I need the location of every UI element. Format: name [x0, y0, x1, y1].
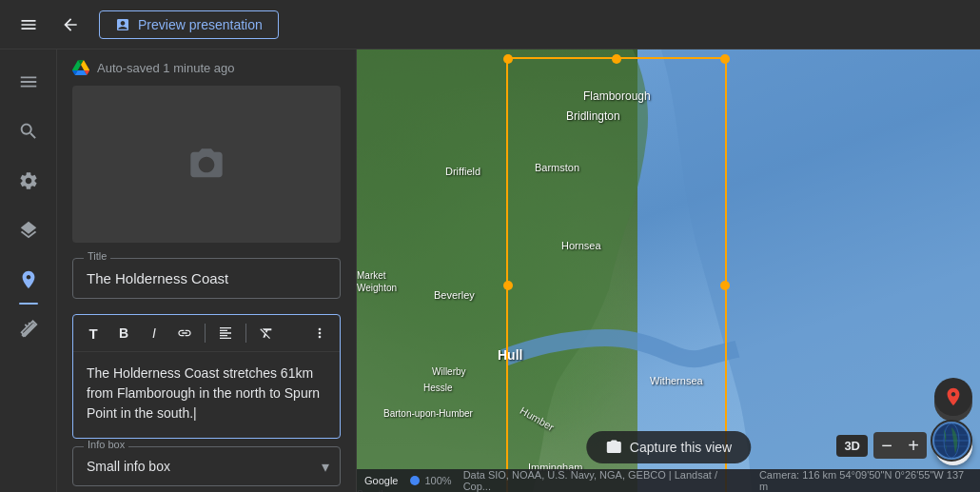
sidebar-layers-icon[interactable] — [8, 209, 49, 251]
description-content: The Holderness Coast stretches 61km from… — [87, 365, 320, 421]
preview-button[interactable]: Preview presentation — [99, 10, 279, 39]
info-box-label: Info box — [84, 439, 128, 450]
preview-label: Preview presentation — [138, 17, 263, 32]
zoom-3d-controls: 3D − + — [836, 432, 927, 459]
status-bar: Google 100% Data SIO, NOAA, U.S. Navy, N… — [357, 469, 980, 492]
info-box-wrapper: Small info box Large info box No info bo… — [72, 446, 341, 486]
auto-saved-bar: Auto-saved 1 minute ago — [72, 49, 341, 86]
text-toolbar: T B I — [73, 315, 340, 352]
zoom-indicator: 100% — [409, 475, 451, 486]
clear-format-button[interactable] — [252, 319, 281, 347]
app-bar-left: Preview presentation — [11, 8, 279, 42]
menu-button[interactable] — [11, 8, 46, 42]
toolbar-divider-1 — [205, 324, 206, 343]
sidebar-menu-icon[interactable] — [8, 61, 49, 103]
text-size-button[interactable]: T — [79, 319, 108, 347]
info-box-select[interactable]: Small info box Large info box No info bo… — [72, 446, 341, 486]
side-panel: Auto-saved 1 minute ago Title T B — [57, 49, 357, 492]
sidebar-settings-icon[interactable] — [8, 160, 49, 202]
sidebar-ruler-icon[interactable] — [8, 308, 49, 350]
sidebar-location-icon[interactable] — [8, 259, 49, 301]
toolbar-divider-2 — [245, 324, 246, 343]
text-cursor — [193, 405, 197, 421]
align-button[interactable] — [211, 319, 240, 347]
zoom-in-button[interactable]: + — [900, 432, 927, 459]
pin-container — [934, 378, 972, 416]
more-button[interactable] — [305, 319, 334, 347]
text-editor: T B I — [72, 314, 341, 439]
google-logo-text: Google — [364, 475, 398, 486]
map-area[interactable]: Flamborough Bridlington Barmston Driffie… — [357, 49, 980, 492]
link-button[interactable] — [170, 319, 199, 347]
app-bar: Preview presentation — [0, 0, 980, 49]
google-drive-logo — [72, 59, 89, 76]
title-label: Title — [84, 250, 110, 262]
back-button[interactable] — [53, 8, 88, 42]
svg-point-10 — [410, 476, 420, 485]
info-box-group: Info box Small info box Large info box N… — [72, 446, 341, 486]
globe-container — [931, 420, 972, 462]
coastline-svg — [357, 49, 980, 492]
sidebar — [0, 49, 57, 492]
title-input[interactable] — [72, 258, 341, 299]
description-text[interactable]: The Holderness Coast stretches 61km from… — [73, 352, 340, 438]
location-pin-button[interactable] — [934, 378, 972, 416]
bold-button[interactable]: B — [109, 319, 138, 347]
auto-saved-text: Auto-saved 1 minute ago — [97, 61, 235, 75]
status-attribution: Data SIO, NOAA, U.S. Navy, NGA, GEBCO | … — [463, 469, 744, 492]
capture-label: Capture this view — [630, 440, 732, 455]
globe-button[interactable] — [931, 420, 972, 462]
slide-thumbnail — [72, 86, 341, 243]
sidebar-search-icon[interactable] — [8, 110, 49, 152]
main-content: Auto-saved 1 minute ago Title T B — [0, 49, 980, 492]
capture-button[interactable]: Capture this view — [586, 431, 751, 463]
title-field-group: Title — [72, 258, 341, 299]
italic-button[interactable]: I — [140, 319, 168, 347]
3d-label: 3D — [844, 439, 860, 453]
camera-info: Camera: 116 km 54°09'50"N 0°26'55"W 137 … — [759, 469, 972, 492]
zoom-out-button[interactable]: − — [873, 432, 900, 459]
3d-button[interactable]: 3D — [836, 435, 868, 457]
